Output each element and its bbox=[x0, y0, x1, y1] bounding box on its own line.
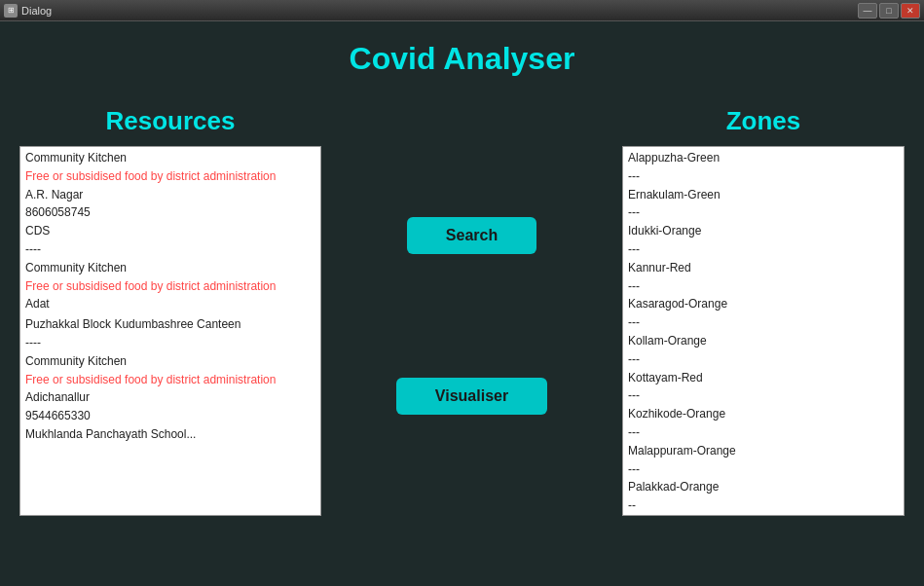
list-item: --- bbox=[625, 313, 902, 332]
list-item: Kozhikode-Orange bbox=[625, 405, 902, 423]
list-item: A.R. Nagar bbox=[22, 186, 318, 204]
list-item: --- bbox=[625, 386, 902, 405]
search-button[interactable]: Search bbox=[407, 217, 536, 254]
resources-panel: Resources Community KitchenFree or subsi… bbox=[19, 106, 321, 516]
maximize-button[interactable]: □ bbox=[879, 3, 899, 18]
list-item: --- bbox=[625, 167, 902, 186]
middle-panel: Search Visualiser bbox=[331, 106, 612, 476]
list-item: Mukhlanda Panchayath School... bbox=[22, 425, 318, 444]
list-item: Ernakulam-Green bbox=[625, 186, 902, 204]
list-item: Community Kitchen bbox=[22, 259, 318, 277]
list-item: Idukki-Orange bbox=[625, 222, 902, 240]
app-icon: ⊞ bbox=[4, 4, 18, 18]
list-item: Palakkad-Orange bbox=[625, 478, 902, 496]
title-bar: ⊞ Dialog — □ ✕ bbox=[0, 0, 924, 21]
resources-list[interactable]: Community KitchenFree or subsidised food… bbox=[19, 146, 321, 516]
list-item: Puzhakkal Block Kudumbashree Canteen bbox=[22, 315, 318, 334]
title-bar-left: ⊞ Dialog bbox=[4, 4, 52, 18]
zones-list[interactable]: Alappuzha-Green---Ernakulam-Green---Iduk… bbox=[622, 146, 905, 516]
list-item: Community Kitchen bbox=[22, 149, 318, 167]
visualiser-button[interactable]: Visualiser bbox=[396, 378, 547, 415]
app-title: Covid Analyser bbox=[350, 41, 575, 77]
main-content: Covid Analyser Resources Community Kitch… bbox=[0, 21, 924, 586]
list-item: CDS bbox=[22, 222, 318, 240]
list-item: Kannur-Red bbox=[625, 259, 902, 277]
list-item: Adat bbox=[22, 295, 318, 313]
list-item: --- bbox=[625, 460, 902, 479]
list-item: ---- bbox=[22, 334, 318, 352]
list-item: Kasaragod-Orange bbox=[625, 295, 902, 313]
title-bar-buttons: — □ ✕ bbox=[858, 3, 920, 18]
list-item: Free or subsidised food by district admi… bbox=[22, 167, 318, 186]
zones-panel: Zones Alappuzha-Green---Ernakulam-Green-… bbox=[622, 106, 905, 516]
list-item: Free or subsidised food by district admi… bbox=[22, 371, 318, 389]
list-item: ---- bbox=[22, 240, 318, 259]
panels-container: Resources Community KitchenFree or subsi… bbox=[19, 106, 905, 567]
list-item: --- bbox=[625, 203, 902, 222]
list-item: 9544665330 bbox=[22, 407, 318, 425]
list-item: --- bbox=[625, 423, 902, 442]
list-item: --- bbox=[625, 277, 902, 296]
resources-heading: Resources bbox=[106, 106, 236, 136]
list-item: Kottayam-Red bbox=[625, 369, 902, 387]
close-button[interactable]: ✕ bbox=[901, 3, 920, 18]
list-item: Free or subsidised food by district admi… bbox=[22, 277, 318, 296]
list-item: Community Kitchen bbox=[22, 352, 318, 371]
list-item: -- bbox=[625, 496, 902, 515]
zones-heading: Zones bbox=[726, 106, 801, 136]
list-item: Alappuzha-Green bbox=[625, 149, 902, 167]
list-item: Kollam-Orange bbox=[625, 332, 902, 350]
minimize-button[interactable]: — bbox=[858, 3, 877, 18]
list-item: Malappuram-Orange bbox=[625, 442, 902, 460]
title-bar-title: Dialog bbox=[21, 5, 52, 17]
list-item: 8606058745 bbox=[22, 203, 318, 222]
list-item: Adichanallur bbox=[22, 388, 318, 407]
list-item: --- bbox=[625, 240, 902, 259]
list-item: --- bbox=[625, 350, 902, 369]
